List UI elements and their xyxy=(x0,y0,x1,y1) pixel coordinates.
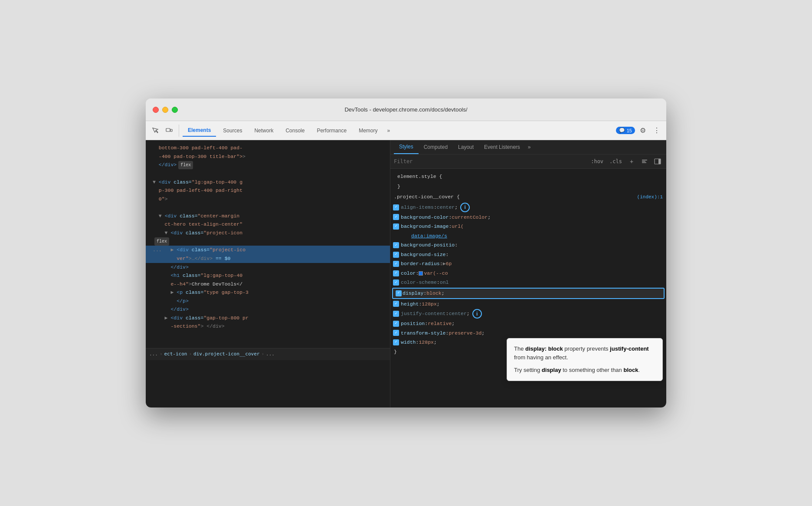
tab-memory[interactable]: Memory xyxy=(354,125,383,136)
justify-content-info-icon[interactable]: i xyxy=(472,309,482,319)
cls-button[interactable]: .cls xyxy=(608,158,624,165)
device-toggle-icon[interactable] xyxy=(163,125,175,137)
html-line: 0"> xyxy=(146,195,390,204)
tab-network[interactable]: Network xyxy=(249,125,278,136)
css-selector: .project-icon__cover { xyxy=(394,193,460,201)
border-radius-triangle[interactable]: ▶ xyxy=(443,260,446,268)
html-line: ▼ <div class="center-margin xyxy=(146,212,390,220)
html-line: ver">…</div> == $0 xyxy=(146,254,390,263)
breadcrumb-item-icon[interactable]: ect-icon xyxy=(164,350,187,358)
background-size-checkbox[interactable] xyxy=(393,252,399,258)
tooltip-bold-block: block xyxy=(623,367,638,373)
prop-name-color: color xyxy=(401,269,416,278)
transform-style-checkbox[interactable] xyxy=(393,330,399,336)
css-rule-project-icon-cover: .project-icon__cover { (index):1 align-i… xyxy=(390,192,666,356)
more-tabs-button[interactable]: » xyxy=(384,126,393,135)
background-position-checkbox[interactable] xyxy=(393,242,399,248)
css-prop-color-scheme: color-scheme : onl xyxy=(390,278,666,287)
html-line: ▼ <div class="lg:gap-top-400 g xyxy=(146,178,390,187)
svg-rect-4 xyxy=(642,162,646,163)
tab-elements[interactable]: Elements xyxy=(183,125,216,137)
css-prop-transform-style: transform-style : preserve-3d ; xyxy=(390,329,666,338)
toolbar-divider xyxy=(179,125,179,137)
border-radius-checkbox[interactable] xyxy=(393,261,399,267)
color-swatch[interactable] xyxy=(419,271,423,276)
breadcrumb-sep: › xyxy=(160,350,163,358)
tab-computed[interactable]: Computed xyxy=(419,141,453,154)
maximize-button[interactable] xyxy=(172,107,178,113)
new-style-rule-icon[interactable] xyxy=(639,156,650,167)
element-style-header: element.style { xyxy=(394,171,663,182)
tab-console[interactable]: Console xyxy=(280,125,310,136)
prop-value-transform-style: preserve-3d xyxy=(449,329,481,338)
align-items-checkbox[interactable] xyxy=(393,204,399,210)
html-line: ▶ <div class="gap-top-800 pr xyxy=(146,314,390,322)
svg-rect-2 xyxy=(642,160,647,161)
html-line: ▶ <p class="type gap-top-3 xyxy=(146,288,390,297)
align-items-info-icon[interactable]: i xyxy=(460,203,470,212)
prop-name-color-scheme: color-scheme xyxy=(401,278,437,287)
hov-button[interactable]: :hov xyxy=(589,158,605,165)
more-options-icon[interactable]: ⋮ xyxy=(651,125,663,137)
main-content: bottom-300 pad-left-400 pad- -400 pad-to… xyxy=(146,140,666,407)
toggle-sidebar-icon[interactable] xyxy=(652,156,663,167)
filter-input[interactable] xyxy=(394,158,586,164)
select-element-icon[interactable] xyxy=(149,125,161,137)
color-scheme-checkbox[interactable] xyxy=(393,279,399,286)
prop-name-background-position: background-positio xyxy=(401,241,455,250)
title-bar: DevTools - developer.chrome.com/docs/dev… xyxy=(146,99,666,121)
tab-styles[interactable]: Styles xyxy=(394,140,419,154)
css-prop-background-position: background-positio : xyxy=(390,240,666,250)
html-line: flex xyxy=(146,237,390,246)
color-checkbox[interactable] xyxy=(393,270,399,276)
settings-icon[interactable]: ⚙ xyxy=(637,125,649,137)
css-prop-background-size: background-size : xyxy=(390,250,666,260)
prop-value-position: relative xyxy=(428,319,452,328)
breadcrumb-bar: ... › ect-icon › div.project-icon__cover… xyxy=(146,348,390,360)
tab-event-listeners[interactable]: Event Listeners xyxy=(479,141,525,154)
minimize-button[interactable] xyxy=(162,107,168,113)
prop-name-align-items: align-items xyxy=(401,203,434,212)
devtools-window: DevTools - developer.chrome.com/docs/dev… xyxy=(146,99,666,407)
html-line: -400 pad-top-300 title-bar">> xyxy=(146,152,390,161)
html-line xyxy=(146,203,390,212)
element-style-selector: element.style { xyxy=(397,172,442,181)
styles-tabs: Styles Computed Layout Event Listeners » xyxy=(390,140,666,154)
html-line: bottom-300 pad-left-400 pad- xyxy=(146,144,390,152)
css-content[interactable]: element.style { } .project-icon__cover {… xyxy=(390,169,666,407)
css-prop-background-color: background-color : currentColor ; xyxy=(390,213,666,222)
tab-sources[interactable]: Sources xyxy=(218,125,247,136)
html-panel[interactable]: bottom-300 pad-left-400 pad- -400 pad-to… xyxy=(146,140,390,407)
breadcrumb-item-cover[interactable]: div.project-icon__cover xyxy=(193,350,259,358)
prop-name-background-color: background-color xyxy=(401,213,449,222)
prop-name-justify-content: justify-content xyxy=(401,309,446,318)
more-style-tabs[interactable]: » xyxy=(525,142,534,152)
close-button[interactable] xyxy=(153,107,159,113)
data-url-link[interactable]: data:image/s xyxy=(411,232,447,240)
add-style-rule-button[interactable]: + xyxy=(626,156,637,167)
tooltip-line2: Try setting display to something other t… xyxy=(514,366,655,375)
background-color-checkbox[interactable] xyxy=(393,214,399,220)
justify-content-checkbox[interactable] xyxy=(393,311,399,317)
css-source[interactable]: (index):1 xyxy=(637,193,663,201)
prop-name-border-radius: border-radius xyxy=(401,260,440,268)
svg-rect-6 xyxy=(658,159,661,164)
prop-name-transform-style: transform-style xyxy=(401,329,446,338)
traffic-lights xyxy=(153,107,178,113)
position-checkbox[interactable] xyxy=(393,321,399,327)
notifications-badge[interactable]: 💬 15 xyxy=(616,127,635,134)
prop-value-width: 128px xyxy=(419,338,434,347)
background-image-checkbox[interactable] xyxy=(393,223,399,230)
css-prop-align-items: align-items : center ; i xyxy=(390,202,666,213)
breadcrumb-sep2: › xyxy=(189,350,192,358)
tab-performance[interactable]: Performance xyxy=(311,125,352,136)
tab-layout[interactable]: Layout xyxy=(453,141,479,154)
height-checkbox[interactable] xyxy=(393,301,399,307)
css-prop-display: display : block ; xyxy=(392,288,665,299)
devtools-panel: Elements Sources Network Console Perform… xyxy=(146,121,666,407)
html-line: ... ▶ <div class="project-ico xyxy=(146,246,390,254)
css-prop-border-radius: border-radius : ▶ 6p xyxy=(390,259,666,269)
display-checkbox[interactable] xyxy=(396,290,402,296)
tooltip-popup: The display: block property prevents jus… xyxy=(507,338,663,381)
width-checkbox[interactable] xyxy=(393,339,399,345)
